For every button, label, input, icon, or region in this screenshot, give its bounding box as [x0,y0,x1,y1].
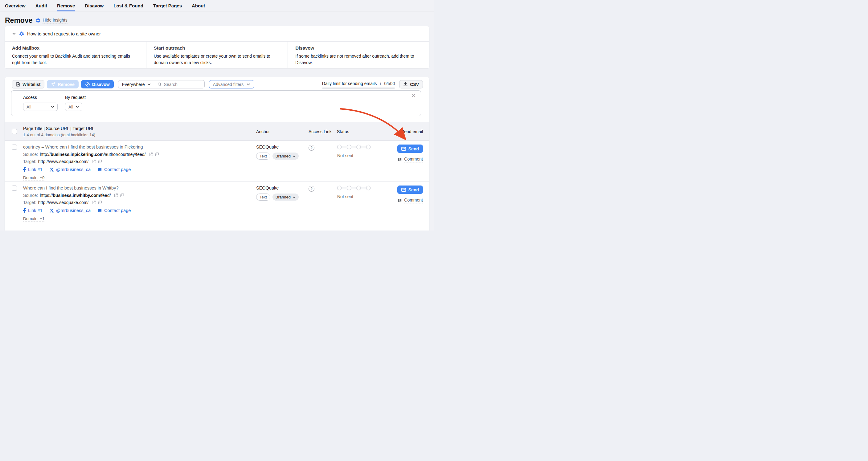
comment-label: Comment [404,197,423,204]
tab-disavow[interactable]: Disavow [85,0,103,11]
daily-limit-label: Daily limit for sending emails [322,81,377,86]
disavow-button[interactable]: Disavow [81,80,114,88]
facebook-link[interactable]: Link #1 [23,167,42,172]
by-request-filter: By request All [65,95,86,111]
insight-start-outreach: Start outreach Use available templates o… [146,41,288,68]
access-link-help-icon[interactable]: ? [309,145,314,151]
facebook-link-label: Link #1 [28,167,42,172]
insights-card: How to send request to a site owner Add … [5,26,429,68]
daily-limit-value: 0/500 [384,81,395,86]
copy-icon[interactable] [98,200,102,205]
page-header: Remove Hide insights [0,11,434,28]
contact-page-link[interactable]: Contact page [97,167,131,172]
x-icon [49,167,54,172]
page-title-text: Where can I find the best businesses in … [23,185,256,190]
send-button-label: Send [408,146,419,151]
x-profile-label: @mrbusiness_ca [56,167,91,172]
backlink-row: Where can I find the best businesses in … [5,182,429,228]
scope-dropdown[interactable]: Everywhere [118,82,154,87]
comment-plus-icon [397,157,402,162]
gear-icon [19,31,24,37]
status-text: Not sent [337,153,399,158]
status-stepper [337,145,371,150]
external-link-icon[interactable] [92,159,96,164]
comment-label: Comment [404,157,423,162]
domain-more-link[interactable]: Domain: +1 [23,216,44,222]
x-icon [49,208,54,213]
access-link-help-icon[interactable]: ? [309,186,314,192]
contact-bubble-icon [97,167,102,172]
external-link-icon[interactable] [92,200,96,205]
daily-limit-block: Daily limit for sending emails i 0/500 [322,80,395,89]
csv-label: CSV [410,82,419,87]
tab-about[interactable]: About [192,0,205,11]
result-count: 1-4 out of 4 domains (total backlinks: 1… [23,132,256,137]
row-checkbox[interactable] [12,185,17,191]
anchor-type-dropdown[interactable]: Branded [273,153,299,160]
close-filters-icon[interactable]: ✕ [411,93,416,98]
export-csv-button[interactable]: CSV [399,80,423,88]
page-title: Remove [5,16,32,25]
source-url: https://business.inwhitby.com/feed/ [40,193,111,198]
insights-collapse-header[interactable]: How to send request to a site owner [5,26,429,41]
by-request-filter-label: By request [65,95,86,100]
tab-audit[interactable]: Audit [35,0,47,11]
send-email-button[interactable]: Send [397,185,423,194]
tab-lost-and-found[interactable]: Lost & Found [114,0,143,11]
comment-link[interactable]: Comment [397,157,423,162]
contact-bubble-icon [97,208,102,213]
access-filter-value: All [27,104,31,110]
advanced-filters-button[interactable]: Advanced filters [209,80,255,88]
column-send-email: Send email [399,129,423,134]
tab-remove[interactable]: Remove [57,0,75,11]
copy-icon[interactable] [155,152,159,157]
target-label: Target: [23,200,36,205]
anchor-tag-badge: Text [256,193,270,201]
chevron-down-icon [147,83,151,86]
external-link-icon[interactable] [149,152,153,157]
anchor-tag-badge: Text [256,153,270,160]
chevron-down-icon [12,32,16,36]
source-label: Source: [23,152,38,157]
whitelist-label: Whitelist [23,82,40,87]
copy-icon[interactable] [120,193,124,197]
copy-icon[interactable] [98,159,102,164]
comment-link[interactable]: Comment [397,197,423,204]
row-checkbox[interactable] [12,145,17,150]
column-page-title: Page Title | Source URL | Target URL [23,126,256,131]
domain-more-link[interactable]: Domain: +9 [23,175,44,181]
scope-value: Everywhere [122,82,145,87]
hide-insights-toggle[interactable]: Hide insights [35,18,67,23]
search-input[interactable] [164,82,204,87]
tab-target-pages[interactable]: Target Pages [153,0,182,11]
advanced-filters-label: Advanced filters [213,82,244,87]
send-email-button[interactable]: Send [397,145,423,153]
by-request-filter-select[interactable]: All [65,103,82,111]
access-filter-select[interactable]: All [23,103,58,111]
insight-column-title: Disavow [295,45,422,51]
insight-column-title: Start outreach [154,45,280,51]
remove-label: Remove [58,82,74,87]
facebook-icon [23,208,26,213]
table-header: Page Title | Source URL | Target URL 1-4… [5,122,429,141]
select-all-checkbox[interactable] [12,129,17,134]
backlink-audit-remove-page: Overview Audit Remove Disavow Lost & Fou… [0,0,434,230]
column-access-link: Access Link [309,129,337,134]
source-url: http://business.inpickering.com/author/c… [40,152,146,157]
whitelist-button[interactable]: Whitelist [12,80,44,88]
external-link-icon[interactable] [114,193,118,197]
facebook-link[interactable]: Link #1 [23,208,42,213]
x-profile-link[interactable]: @mrbusiness_ca [49,167,91,172]
envelope-icon [401,147,406,151]
x-profile-link[interactable]: @mrbusiness_ca [49,208,91,213]
tab-overview[interactable]: Overview [5,0,26,11]
disavow-label: Disavow [92,82,110,87]
export-icon [403,82,408,87]
info-icon[interactable]: i [379,81,381,86]
remove-button[interactable]: Remove [47,80,78,88]
contact-page-link[interactable]: Contact page [97,208,131,213]
anchor-type-dropdown[interactable]: Branded [273,193,299,201]
table-toolbar: Whitelist Remove Disavow Everywhere [5,77,429,89]
search-icon [157,82,162,87]
anchor-type-value: Branded [276,195,291,199]
